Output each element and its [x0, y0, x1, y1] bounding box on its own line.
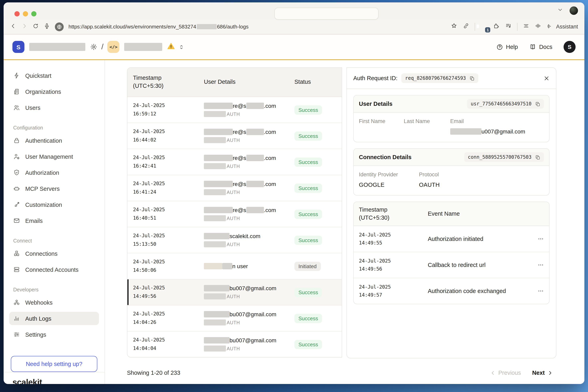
forward-icon[interactable]: [21, 23, 28, 31]
sidebar-item-webhooks[interactable]: Webhooks: [9, 296, 99, 309]
event-menu-icon[interactable]: [534, 236, 544, 242]
url-prefix: https://app.scalekit.cloud/ws/environmen…: [68, 24, 196, 30]
shield-check-icon: [13, 169, 20, 176]
docs-label: Docs: [539, 44, 552, 50]
log-row[interactable]: 24-Jul-202514:04:26bu007@gmail.comAUTHSu…: [127, 306, 342, 332]
sidebar-section-developers: Developers: [9, 287, 99, 292]
app-header: S / </> Help Docs S: [3, 34, 585, 60]
next-page-button[interactable]: Next: [532, 370, 553, 376]
environment-name-redacted: [124, 43, 162, 51]
events-timestamp-header: Timestamp(UTC+5:30): [359, 206, 428, 222]
sidebar: Quickstart Organizations Users Configura…: [3, 60, 105, 384]
robot-icon: [13, 185, 20, 192]
first-name-label: First Name: [359, 118, 404, 124]
minimize-window-button[interactable]: [23, 11, 28, 16]
help-button[interactable]: Help: [496, 44, 518, 50]
waveform-icon[interactable]: [535, 22, 542, 31]
sidebar-item-mcp-servers[interactable]: MCP Servers: [9, 182, 99, 195]
event-menu-icon[interactable]: [534, 262, 544, 268]
playlist-icon[interactable]: [505, 22, 512, 31]
environment-icon[interactable]: </>: [108, 41, 120, 53]
sidebar-item-authorization[interactable]: Authorization: [9, 166, 99, 179]
sidebar-item-label: Users: [25, 104, 40, 111]
previous-page-button[interactable]: Previous: [490, 370, 521, 376]
docs-button[interactable]: Docs: [529, 43, 552, 50]
user-details-card: User Details usr_77567465663497510 First…: [353, 95, 550, 142]
event-row[interactable]: 24-Jul-202514:49:57 Authorization code e…: [354, 278, 549, 304]
connection-id-chip[interactable]: conn_58895255700767503: [464, 152, 544, 162]
close-icon[interactable]: [544, 75, 550, 81]
sidebar-item-label: Authorization: [25, 169, 59, 176]
chevron-down-icon[interactable]: [557, 7, 563, 14]
users-icon: [13, 104, 20, 111]
log-row[interactable]: 24-Jul-202516:44:02re@s.comAUTHSuccess: [127, 123, 342, 149]
events-table: Timestamp(UTC+5:30) Event Name 24-Jul-20…: [353, 202, 550, 304]
environment-switcher-chevrons-icon[interactable]: [179, 44, 184, 50]
sidebar-item-auth-logs[interactable]: Auth Logs: [9, 312, 99, 325]
url-text[interactable]: https://app.scalekit.cloud/ws/environmen…: [68, 24, 249, 30]
sidebar-item-customization[interactable]: Customization: [9, 198, 99, 211]
breadcrumb-separator: /: [101, 42, 104, 51]
log-row[interactable]: 24-Jul-202515:13:50scalekit.comAUTHSucce…: [127, 227, 342, 253]
copy-icon[interactable]: [535, 154, 540, 160]
log-table-header: Timestamp(UTC+5:30) User Details Status: [127, 68, 342, 97]
extensions-puzzle-icon[interactable]: [493, 22, 500, 31]
assistant-icon: [547, 23, 554, 31]
sliders-icon: [13, 331, 20, 338]
protocol-value: OAUTH: [419, 182, 544, 188]
mail-icon: [13, 217, 20, 224]
close-window-button[interactable]: [14, 11, 20, 16]
log-row[interactable]: 24-Jul-202516:42:41re@s.comAUTHSuccess: [127, 149, 342, 175]
copy-icon[interactable]: [469, 76, 475, 81]
lock-icon: [13, 137, 20, 144]
log-row-selected[interactable]: 24-Jul-202514:49:56bu007@gmail.comAUTHSu…: [127, 279, 342, 306]
auth-request-detail-panel: Auth Request ID: req_82680796766274593 U…: [346, 67, 556, 358]
need-help-button[interactable]: Need help setting up?: [11, 356, 97, 372]
back-icon[interactable]: [10, 23, 16, 31]
status-badge: Success: [294, 210, 322, 219]
workspace-logo[interactable]: S: [12, 41, 24, 53]
workspace-settings-gear-icon[interactable]: [90, 43, 97, 50]
sidebar-item-emails[interactable]: Emails: [9, 214, 99, 227]
sidebar-item-settings[interactable]: Settings: [9, 328, 99, 341]
zoom-window-button[interactable]: [31, 11, 36, 16]
user-gear-icon: [13, 153, 20, 160]
site-info-globe-icon[interactable]: [55, 22, 64, 31]
user-id-chip[interactable]: usr_77567465663497510: [467, 99, 544, 108]
showing-count: Showing 1-20 of 233: [127, 370, 180, 376]
sidebar-item-organizations[interactable]: Organizations: [9, 85, 99, 98]
sidebar-item-connected-accounts[interactable]: Connected Accounts: [9, 263, 99, 276]
sidebar-item-user-management[interactable]: User Management: [9, 150, 99, 163]
reload-icon[interactable]: [32, 23, 39, 31]
email-value: u007@gmail.com: [450, 128, 544, 135]
copy-icon[interactable]: [535, 101, 540, 106]
log-row[interactable]: 24-Jul-202516:40:51re@s.comAUTHSuccess: [127, 201, 342, 227]
sidebar-item-connections[interactable]: Connections: [9, 247, 99, 260]
browser-tab[interactable]: [274, 8, 378, 20]
auth-request-id-label: Auth Request ID:: [353, 75, 398, 81]
copy-link-icon[interactable]: [463, 22, 469, 31]
user-avatar[interactable]: S: [564, 41, 576, 53]
sidebar-item-users[interactable]: Users: [9, 101, 99, 114]
bookmark-star-icon[interactable]: [451, 22, 457, 31]
sidebar-item-quickstart[interactable]: Quickstart: [9, 69, 99, 82]
event-row[interactable]: 24-Jul-202514:49:55 Authorization initia…: [354, 226, 549, 252]
log-row[interactable]: 24-Jul-202516:41:24re@s.comAUTHSuccess: [127, 175, 342, 201]
event-row[interactable]: 24-Jul-202514:49:56 Callback to redirect…: [354, 252, 549, 278]
sidebar-item-authentication[interactable]: Authentication: [9, 134, 99, 147]
pinned-extension-icon[interactable]: 1: [480, 23, 488, 30]
sidebar-item-label: MCP Servers: [25, 186, 60, 192]
auth-request-id-chip[interactable]: req_82680796766274593: [402, 73, 478, 83]
mic-icon[interactable]: [44, 23, 50, 31]
assistant-button[interactable]: Assistant: [547, 23, 578, 31]
log-row[interactable]: 24-Jul-202516:59:12re@s.comAUTHSuccess: [127, 97, 342, 123]
log-row[interactable]: 24-Jul-202514:50:06n userInitiated: [127, 253, 342, 279]
zap-icon: [13, 72, 20, 79]
events-name-header: Event Name: [428, 210, 544, 218]
toolbar-separator: [517, 23, 518, 31]
bar-chart-icon: [13, 315, 20, 322]
log-row[interactable]: 24-Jul-202514:04:04bu007@gmail.comAUTHSu…: [127, 332, 342, 358]
browser-profile-avatar[interactable]: [570, 6, 578, 15]
reader-mode-icon[interactable]: [523, 22, 530, 31]
event-menu-icon[interactable]: [534, 288, 544, 294]
